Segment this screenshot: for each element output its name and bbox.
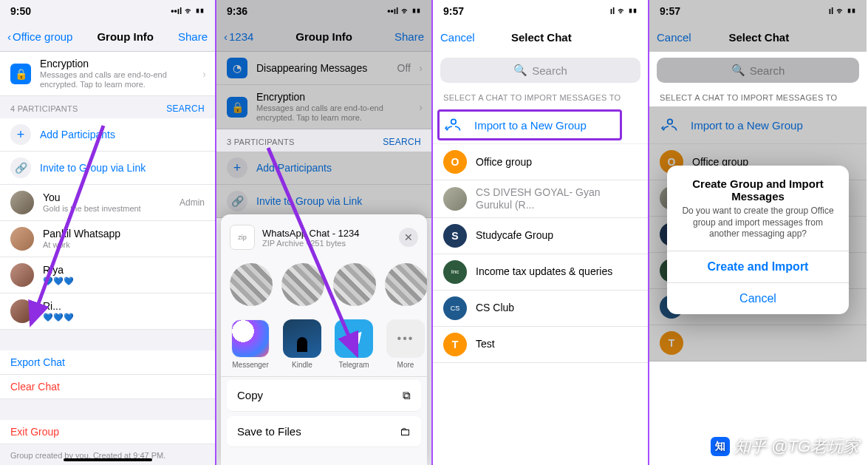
import-label: Import to a New Group [691, 119, 803, 132]
avatar: O [443, 150, 467, 174]
plus-icon: + [227, 157, 247, 178]
chat-row[interactable]: IncIncome tax updates & queries [433, 254, 648, 291]
chat-row[interactable]: T [649, 325, 867, 362]
group-created-note: Group created by you. Created at 9:47 PM… [0, 444, 215, 465]
back-button[interactable]: ‹ Office group [7, 30, 72, 43]
watermark: 知知乎 @TG老玩家 [711, 435, 859, 458]
screen-3-select-chat: 9:57 ıl ᯤ ▮▮ Cancel Select Chat 🔍Search … [433, 0, 649, 465]
zip-icon: zip [230, 225, 255, 250]
avatar: T [443, 333, 467, 356]
lock-icon: 🔒 [10, 64, 31, 84]
search-link[interactable]: SEARCH [166, 103, 205, 114]
nav-bar: ‹ Office group Group Info Share [0, 22, 215, 52]
import-new-group-cell[interactable]: Import to a New Group [433, 106, 648, 144]
search-link[interactable]: SEARCH [383, 137, 421, 147]
screen-2-share-sheet: 9:36 ••ıl ᯤ ▮▮ ‹ 1234 Group Info Share ◔… [216, 0, 433, 465]
annotation-arrow [22, 118, 111, 333]
status-bar: 9:36 ••ıl ᯤ ▮▮ [216, 0, 431, 22]
avatar: Inc [443, 260, 467, 284]
search-placeholder: Search [750, 64, 785, 77]
modal-message: Do you want to create the group Office g… [680, 206, 835, 240]
close-icon[interactable]: ✕ [399, 228, 418, 247]
share-button[interactable]: Share [178, 30, 208, 43]
chat-name: CS Club [476, 302, 514, 314]
admin-badge: Admin [180, 197, 205, 208]
import-label: Import to a New Group [474, 119, 587, 132]
back-button[interactable]: ‹ 1234 [224, 30, 253, 43]
more-icon: ••• [386, 319, 425, 358]
disappearing-messages-cell[interactable]: ◔ Disappearing Messages Off › [216, 52, 431, 85]
chat-name: Test [476, 338, 495, 350]
save-to-files-cell[interactable]: Save to Files🗀 [227, 416, 421, 447]
nav-title: Group Info [295, 30, 352, 43]
chat-name: Income tax updates & queries [476, 265, 612, 278]
chat-name: Office group [476, 156, 532, 169]
chevron-right-icon: › [202, 68, 206, 80]
chat-row[interactable]: OOffice group [433, 144, 648, 180]
status-time: 9:50 [10, 5, 31, 17]
copy-icon: ⧉ [403, 389, 411, 402]
chat-row[interactable]: CSCS Club [433, 291, 648, 327]
encryption-title: Encryption [256, 91, 421, 103]
export-chat-cell[interactable]: Export Chat [0, 350, 215, 375]
status-bar: 9:50 ••ıl ᯤ ▮▮ [0, 0, 215, 22]
copy-label: Copy [237, 389, 263, 402]
contact-avatar[interactable] [385, 263, 427, 306]
nav-title: Select Chat [511, 31, 572, 44]
save-label: Save to Files [237, 425, 301, 438]
share-button[interactable]: Share [394, 30, 424, 43]
screen-4-confirm-modal: 9:57 ıl ᯤ ▮▮ Cancel Select Chat 🔍Search … [649, 0, 867, 465]
search-input[interactable]: 🔍Search [657, 58, 859, 83]
status-time: 9:36 [227, 5, 247, 17]
folder-icon: 🗀 [400, 425, 411, 438]
timer-icon: ◔ [227, 58, 247, 78]
copy-cell[interactable]: Copy⧉ [227, 380, 421, 412]
search-icon: 🔍 [513, 64, 527, 77]
chat-row[interactable]: SStudycafe Group [433, 218, 648, 254]
chat-row[interactable]: TTest [433, 327, 648, 363]
export-chat-label: Export Chat [10, 356, 65, 368]
group-import-icon [443, 114, 465, 136]
create-and-import-button[interactable]: Create and Import [667, 251, 849, 282]
group-import-icon [660, 114, 682, 136]
cancel-button[interactable]: Cancel [440, 31, 475, 44]
lock-icon: 🔒 [227, 97, 247, 118]
section-header: SELECT A CHAT TO IMPORT MESSAGES TO [649, 89, 867, 106]
search-icon: 🔍 [731, 64, 745, 77]
exit-group-cell[interactable]: Exit Group [0, 420, 215, 444]
search-input[interactable]: 🔍Search [440, 58, 640, 83]
disappearing-value: Off [397, 62, 411, 74]
clear-chat-cell[interactable]: Clear Chat [0, 375, 215, 399]
disappearing-title: Disappearing Messages [256, 62, 367, 75]
link-icon: 🔗 [227, 191, 247, 211]
exit-group-label: Exit Group [10, 426, 59, 438]
status-icons: ••ıl ᯤ ▮▮ [387, 6, 421, 16]
modal-cancel-button[interactable]: Cancel [667, 282, 849, 314]
back-label: Office group [13, 30, 72, 43]
home-indicator[interactable] [64, 458, 152, 461]
participants-header: 4 PARTICIPANTS SEARCH [0, 96, 215, 118]
encryption-cell[interactable]: 🔒 Encryption Messages and calls are end-… [0, 52, 215, 96]
encryption-sub: Messages and calls are end-to-end encryp… [40, 70, 205, 89]
avatar: T [660, 331, 683, 355]
status-icons: ıl ᯤ ▮▮ [829, 6, 856, 16]
chat-row[interactable]: CS DIVESH GOYAL- Gyan Gurukul (R... [433, 180, 648, 218]
annotation-arrow [261, 140, 372, 370]
status-icons: ••ıl ᯤ ▮▮ [171, 6, 205, 16]
encryption-title: Encryption [40, 58, 205, 70]
section-header: SELECT A CHAT TO IMPORT MESSAGES TO [433, 89, 648, 106]
encryption-cell[interactable]: 🔒 Encryption Messages and calls are end-… [216, 85, 431, 129]
screen-1-group-info: 9:50 ••ıl ᯤ ▮▮ ‹ Office group Group Info… [0, 0, 216, 465]
nav-title: Select Chat [729, 31, 790, 44]
back-label: 1234 [229, 30, 253, 43]
import-new-group-cell[interactable]: Import to a New Group [649, 106, 867, 144]
chat-name: CS DIVESH GOYAL- Gyan Gurukul (R... [476, 186, 638, 211]
avatar: S [443, 224, 467, 248]
nav-title: Group Info [97, 30, 154, 43]
chat-name: Studycafe Group [476, 229, 553, 242]
status-icons: ıl ᯤ ▮▮ [610, 6, 638, 16]
app-more[interactable]: •••More [386, 319, 425, 369]
nav-bar: ‹ 1234 Group Info Share [216, 22, 431, 52]
cancel-button[interactable]: Cancel [657, 31, 691, 44]
nav-bar: Cancel Select Chat [433, 22, 648, 52]
